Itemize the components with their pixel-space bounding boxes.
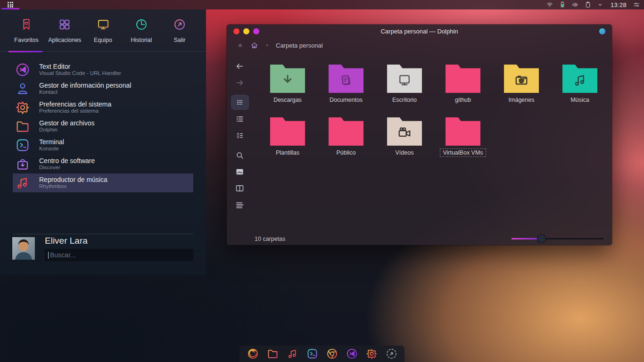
slider-handle[interactable] (537, 235, 545, 243)
folder-público[interactable]: Público (317, 117, 375, 170)
favorite-subtitle: Dolphin (39, 127, 95, 133)
monitor-icon (96, 17, 110, 33)
folder-label: VirtualBox VMs (440, 148, 486, 157)
favorite-title: Preferencias del sistema (39, 100, 111, 108)
preview-button[interactable] (231, 165, 248, 179)
network-wifi-icon[interactable] (546, 1, 553, 8)
launcher-tabs: Favoritos Aplicaciones Equipo Historial … (0, 9, 206, 52)
clock[interactable]: 13:28 (611, 1, 627, 8)
folder-descargas[interactable]: Descargas (258, 65, 317, 117)
folder-icon (446, 117, 480, 146)
folder-view: Descargas Documentos Escritorio github I… (253, 53, 612, 232)
folder-virtualbox-vms[interactable]: VirtualBox VMs (434, 117, 492, 170)
dock-konsole-icon[interactable] (305, 347, 319, 361)
clock-icon (134, 17, 149, 33)
app-grid-icon (58, 17, 72, 33)
favorite-item[interactable]: Text Editor Visual Studio Code - URL Han… (13, 60, 193, 79)
exit-arrow-icon (173, 17, 187, 33)
view-compact-button[interactable] (231, 128, 248, 142)
titlebar[interactable]: Carpeta personal — Dolphin (227, 25, 612, 38)
avatar[interactable] (12, 237, 35, 260)
minimize-button[interactable] (243, 28, 249, 34)
star-icon[interactable] (236, 41, 244, 49)
forward-button[interactable] (231, 75, 248, 90)
favorite-item[interactable]: Centro de software Discover (13, 155, 193, 173)
folder-label: Escritorio (389, 96, 420, 104)
split-button[interactable] (231, 181, 248, 195)
breadcrumb: Carpeta personal (227, 38, 612, 53)
favorite-subtitle: Rhythmbox (39, 183, 107, 189)
folder-icon (270, 117, 305, 146)
favorite-item[interactable]: Reproductor de música Rhythmbox (13, 173, 193, 192)
favorite-item[interactable]: Gestor de archivos Dolphin (13, 117, 193, 136)
favorite-title: Text Editor (39, 63, 121, 70)
folder-vídeos[interactable]: Vídeos (375, 117, 434, 170)
favorite-title: Gestor de archivos (39, 119, 95, 127)
folder-documentos[interactable]: Documentos (317, 65, 375, 117)
search-input[interactable]: Buscar... (45, 249, 193, 261)
close-button[interactable] (233, 28, 239, 34)
tab-aplicaciones[interactable]: Aplicaciones (46, 9, 83, 51)
tab-salir[interactable]: Salir (161, 9, 198, 51)
favorite-item[interactable]: Gestor de información personal Kontact (13, 79, 193, 98)
maximize-button[interactable] (253, 28, 259, 34)
vscode-icon (14, 62, 31, 78)
search-placeholder: Buscar... (50, 251, 75, 259)
tab-favoritos[interactable]: Favoritos (8, 9, 45, 51)
top-panel: 13:28 (0, 0, 644, 9)
folder-github[interactable]: github (434, 65, 492, 117)
text-caret (48, 252, 49, 259)
zoom-slider[interactable] (512, 235, 603, 243)
tab-label: Aplicaciones (48, 37, 81, 43)
view-grid-button[interactable] (231, 95, 248, 109)
tab-equipo[interactable]: Equipo (84, 9, 122, 51)
folder-imágenes[interactable]: Imágenes (492, 65, 551, 117)
volume-icon[interactable] (571, 1, 579, 8)
folder-label: Plantillas (273, 148, 302, 157)
tab-historial[interactable]: Historial (123, 9, 160, 51)
dock-file-manager-icon[interactable] (266, 347, 279, 361)
side-toolbar (227, 53, 253, 232)
app-launcher-button[interactable] (0, 0, 21, 9)
folder-plantillas[interactable]: Plantillas (258, 117, 317, 170)
folder-label: github (452, 96, 474, 104)
chevron-down-icon[interactable] (597, 1, 604, 8)
home-icon[interactable] (250, 41, 259, 50)
folder-escritorio[interactable]: Escritorio (375, 65, 434, 117)
menu-button[interactable] (231, 198, 248, 212)
breadcrumb-location[interactable]: Carpeta personal (276, 42, 323, 49)
favorite-subtitle: Preferencias del sistema (39, 108, 111, 114)
back-button[interactable] (231, 59, 248, 73)
folder-label: Música (568, 96, 592, 104)
tab-label: Equipo (94, 37, 112, 43)
folder-label: Descargas (271, 96, 305, 104)
favorite-item[interactable]: Preferencias del sistema Preferencias de… (13, 98, 193, 117)
folder-música[interactable]: Música (551, 65, 609, 117)
dock-chromium-icon[interactable] (325, 347, 339, 361)
dock-vscode-icon[interactable] (345, 347, 358, 361)
chevron-right-icon (264, 42, 270, 48)
dock-settings-icon[interactable] (365, 347, 378, 361)
folder-icon (562, 65, 597, 93)
battery-icon[interactable] (559, 1, 566, 8)
favorites-list: Text Editor Visual Studio Code - URL Han… (0, 60, 206, 192)
clipboard-icon[interactable] (584, 1, 592, 8)
sliders-icon[interactable] (633, 1, 640, 8)
system-tray: 13:28 (546, 1, 644, 8)
favorite-subtitle: Visual Studio Code - URL Handler (39, 70, 121, 76)
slider-fill (512, 238, 539, 239)
search-button[interactable] (231, 148, 248, 162)
window-menu-button[interactable] (599, 28, 605, 34)
tab-label: Favoritos (14, 37, 38, 43)
dock (239, 346, 405, 362)
favorite-title: Reproductor de música (39, 176, 107, 183)
user-name: Eliver Lara (45, 236, 88, 246)
folder-icon (387, 117, 422, 146)
dock-rhythmbox-icon[interactable] (286, 347, 299, 361)
status-bar: 10 carpetas (227, 232, 612, 245)
dock-dock-edit-icon[interactable] (385, 347, 398, 361)
dock-firefox-icon[interactable] (246, 347, 259, 361)
favorite-item[interactable]: Terminal Konsole (13, 136, 193, 155)
folder-label: Vídeos (393, 148, 417, 157)
view-list-button[interactable] (231, 112, 248, 126)
